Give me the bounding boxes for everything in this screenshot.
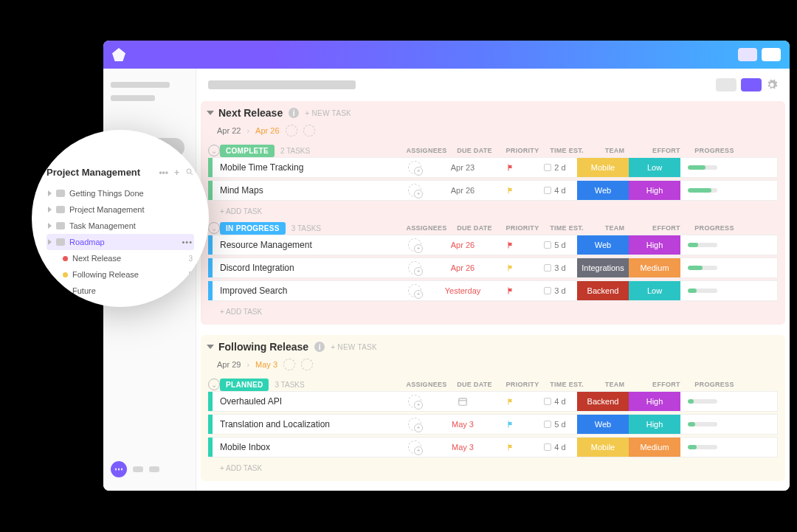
assignee-placeholder-icon[interactable] [303, 125, 315, 137]
effort-tag[interactable]: High [629, 181, 680, 200]
flag-icon[interactable] [506, 286, 515, 295]
time-estimate[interactable]: 4 d [533, 443, 577, 452]
chevron-down-icon[interactable] [207, 111, 214, 115]
progress-bar[interactable] [688, 266, 717, 270]
calendar-icon[interactable] [458, 396, 468, 407]
info-icon[interactable]: i [314, 342, 325, 352]
status-badge[interactable]: PLANNED [220, 379, 269, 391]
team-tag[interactable]: Backend [577, 392, 629, 411]
add-icon[interactable]: + [174, 167, 179, 178]
team-tag[interactable]: Mobile [577, 438, 629, 457]
assignee-placeholder-icon[interactable] [283, 359, 295, 370]
team-tag[interactable]: Web [577, 181, 629, 200]
assignee-add-icon[interactable] [408, 395, 421, 408]
flag-icon[interactable] [506, 263, 515, 272]
sidebar-subitem[interactable]: Following Release 5 [46, 266, 194, 283]
task-row[interactable]: Improved Search Yesterday 3 d Backend Lo… [208, 280, 778, 301]
task-row[interactable]: Resource Management Apr 26 5 d Web High [208, 235, 778, 255]
task-row[interactable]: Mind Maps Apr 26 4 d Web High [208, 180, 778, 201]
team-tag[interactable]: Web [577, 415, 629, 434]
time-estimate[interactable]: 4 d [533, 397, 577, 406]
more-icon[interactable]: ••• [182, 238, 193, 246]
assignee-add-icon[interactable] [408, 284, 421, 297]
more-icon[interactable]: ••• [159, 167, 168, 178]
flag-icon[interactable] [506, 420, 515, 429]
new-task-button[interactable]: + NEW TASK [305, 109, 351, 117]
flag-icon[interactable] [506, 163, 515, 172]
assignee-add-icon[interactable] [408, 161, 421, 174]
effort-tag[interactable]: Low [629, 281, 680, 300]
info-icon[interactable]: i [289, 108, 299, 118]
effort-tag[interactable]: High [629, 235, 680, 255]
toolbar-toggle[interactable] [716, 78, 736, 91]
sidebar-item[interactable]: Getting Things Done [46, 185, 194, 201]
assignee-add-icon[interactable] [408, 261, 421, 274]
time-estimate[interactable]: 4 d [533, 186, 577, 195]
due-date[interactable]: May 3 [437, 420, 489, 429]
flag-icon[interactable] [506, 397, 515, 406]
toolbar-toggle-active[interactable] [741, 78, 762, 91]
add-task-button[interactable]: + ADD TASK [208, 303, 778, 317]
effort-tag[interactable]: Low [629, 158, 680, 177]
add-task-button[interactable]: + ADD TASK [208, 460, 778, 474]
task-row[interactable]: Mobile Inbox May 3 4 d Mobile Medium [208, 437, 778, 457]
sidebar-subitem[interactable]: Next Release 3 [46, 250, 194, 266]
add-task-button[interactable]: + ADD TASK [208, 203, 778, 217]
due-date[interactable]: Apr 23 [437, 163, 489, 172]
progress-bar[interactable] [688, 445, 717, 449]
effort-tag[interactable]: Medium [629, 438, 680, 457]
team-tag[interactable]: Backend [577, 281, 629, 300]
assignee-add-icon[interactable] [408, 418, 421, 431]
status-badge[interactable]: IN PROGRESS [220, 222, 286, 235]
collapse-group-icon[interactable]: ⌄ [208, 379, 220, 390]
sidebar-item[interactable]: Project Management [46, 201, 194, 218]
progress-bar[interactable] [688, 243, 717, 247]
due-date[interactable]: Apr 26 [437, 241, 489, 249]
due-date[interactable]: Yesterday [437, 286, 489, 295]
search-icon[interactable] [185, 167, 194, 178]
time-estimate[interactable]: 3 d [533, 286, 577, 295]
flag-icon[interactable] [506, 186, 515, 195]
assignee-placeholder-icon[interactable] [301, 359, 313, 370]
assignee-placeholder-icon[interactable] [286, 125, 297, 137]
effort-tag[interactable]: High [629, 415, 680, 434]
assignee-add-icon[interactable] [408, 238, 421, 252]
status-badge[interactable]: COMPLETE [220, 145, 275, 157]
progress-bar[interactable] [688, 188, 717, 193]
task-row[interactable]: Mobile Time Tracking Apr 23 2 d Mobile L… [208, 157, 778, 178]
time-estimate[interactable]: 5 d [533, 241, 577, 249]
team-tag[interactable]: Mobile [577, 158, 629, 177]
assignee-add-icon[interactable] [408, 441, 421, 454]
chevron-down-icon[interactable] [207, 345, 214, 349]
time-estimate[interactable]: 3 d [533, 263, 577, 272]
progress-bar[interactable] [688, 422, 717, 426]
progress-bar[interactable] [688, 289, 717, 293]
team-tag[interactable]: Integrations [577, 258, 629, 277]
due-date[interactable]: May 3 [437, 443, 489, 452]
effort-tag[interactable]: High [629, 392, 680, 411]
title-bar-chip[interactable] [762, 48, 781, 61]
collapse-group-icon[interactable]: ⌄ [208, 145, 220, 156]
progress-bar[interactable] [688, 399, 717, 404]
sidebar-item[interactable]: Roadmap ••• [46, 234, 194, 250]
collapse-group-icon[interactable]: ⌄ [208, 222, 220, 234]
flag-icon[interactable] [506, 241, 515, 249]
new-task-button[interactable]: + NEW TASK [331, 343, 377, 351]
task-row[interactable]: Discord Integration Apr 26 3 d Integrati… [208, 258, 778, 278]
assignee-add-icon[interactable] [408, 184, 421, 197]
time-estimate[interactable]: 2 d [533, 163, 577, 172]
due-date[interactable]: Apr 26 [437, 186, 489, 195]
flag-icon[interactable] [506, 443, 515, 452]
team-tag[interactable]: Web [577, 235, 629, 255]
effort-tag[interactable]: Medium [629, 258, 680, 277]
due-date[interactable]: Apr 26 [437, 263, 489, 272]
task-row[interactable]: Translation and Localization May 3 5 d W… [208, 414, 778, 435]
title-bar-chip[interactable] [738, 48, 757, 61]
sidebar-item[interactable]: Task Management [46, 218, 194, 234]
due-date[interactable] [437, 396, 489, 407]
progress-bar[interactable] [688, 165, 717, 170]
time-estimate[interactable]: 5 d [533, 420, 577, 429]
task-row[interactable]: Overhauled API 4 d Backend High [208, 391, 778, 412]
gear-icon[interactable] [766, 79, 778, 91]
chat-icon[interactable]: ⋯ [111, 461, 127, 477]
